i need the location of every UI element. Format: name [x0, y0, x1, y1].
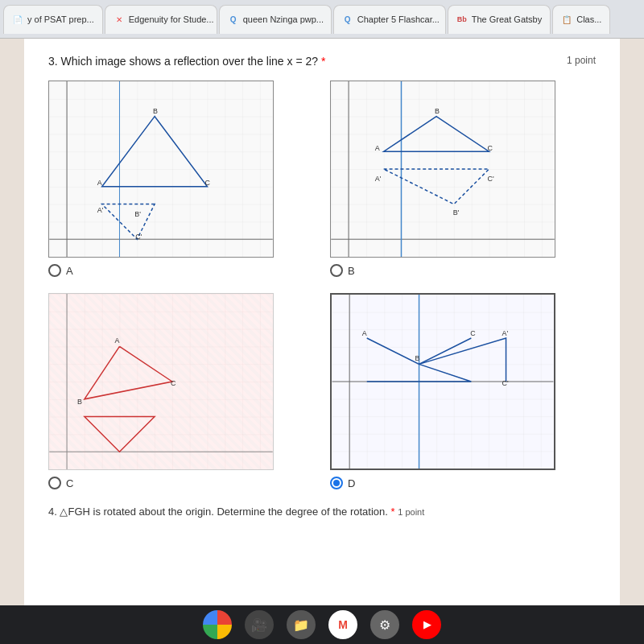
- svg-text:A': A': [375, 175, 382, 183]
- option-d-text: D: [348, 477, 355, 489]
- browser-tab-bar: 📄 y of PSAT prep... ✕ Edgenuity for Stud…: [0, 0, 644, 39]
- svg-text:A: A: [115, 336, 120, 345]
- taskbar: 🎥 📁 M ⚙ ▶: [0, 605, 644, 644]
- tab-psat[interactable]: 📄 y of PSAT prep...: [3, 5, 103, 34]
- question4-points: 1 point: [398, 507, 424, 517]
- question4-text: 4. △FGH is rotated about the origin. Det…: [48, 506, 596, 518]
- tab-gatsby[interactable]: Bb The Great Gatsby: [448, 5, 551, 34]
- svg-text:A: A: [97, 179, 102, 187]
- question3-number: 3.: [48, 55, 58, 68]
- taskbar-gmail-icon[interactable]: M: [328, 610, 357, 639]
- svg-text:C: C: [487, 144, 493, 152]
- question3-required: *: [321, 55, 325, 68]
- graph-a-svg: B A C B' A' C': [49, 81, 273, 257]
- tab-label-nzinga: queen Nzinga pwp...: [243, 14, 324, 24]
- svg-text:B: B: [415, 354, 420, 362]
- tab-favicon-nzinga: Q: [228, 14, 239, 25]
- tab-favicon-edgenuity: ✕: [114, 14, 125, 25]
- radio-a[interactable]: [48, 264, 61, 277]
- svg-text:C': C': [502, 379, 509, 387]
- radio-c[interactable]: [48, 477, 61, 489]
- question3-body: Which image shows a reflection over the …: [61, 55, 321, 68]
- svg-text:B': B': [453, 208, 460, 217]
- svg-rect-24: [49, 294, 272, 469]
- svg-text:B': B': [134, 210, 141, 218]
- svg-text:B: B: [77, 398, 82, 406]
- option-a-text: A: [66, 265, 73, 277]
- question4-body: △FGH is rotated about the origin. Determ…: [60, 506, 390, 518]
- svg-text:A': A': [97, 206, 104, 214]
- tab-label-psat: y of PSAT prep...: [27, 14, 94, 24]
- question4-required: *: [391, 506, 395, 518]
- svg-text:C: C: [171, 379, 176, 387]
- svg-text:C': C': [487, 175, 493, 183]
- tab-nzinga[interactable]: Q queen Nzinga pwp...: [219, 5, 332, 34]
- tab-label-edgenuity: Edgenuity for Stude...: [129, 14, 214, 24]
- option-c-container: A B C C: [48, 293, 314, 489]
- option-d-label[interactable]: D: [330, 477, 355, 489]
- graph-b: B A C A' B' C': [330, 80, 555, 258]
- tab-label-chapter5: Chapter 5 Flashcar...: [357, 14, 440, 24]
- tab-label-class: Clas...: [576, 14, 601, 24]
- taskbar-chrome-icon[interactable]: [203, 610, 232, 639]
- graph-c-svg: A B C: [49, 294, 273, 469]
- taskbar-files-icon[interactable]: 📁: [287, 610, 316, 639]
- svg-text:C': C': [135, 233, 142, 241]
- question4-number: 4.: [48, 506, 57, 518]
- radio-b[interactable]: [330, 264, 343, 277]
- option-a-label[interactable]: A: [48, 264, 73, 277]
- tab-class[interactable]: 📋 Clas...: [552, 5, 610, 34]
- svg-text:C: C: [470, 329, 476, 337]
- radio-d[interactable]: [330, 477, 343, 489]
- option-d-container: A B C A' C' D: [330, 293, 596, 489]
- option-a-container: B A C B' A' C' A: [48, 80, 314, 277]
- answer-image-grid: B A C B' A' C' A: [48, 80, 596, 489]
- tab-edgenuity[interactable]: ✕ Edgenuity for Stude...: [105, 5, 217, 34]
- svg-text:B: B: [153, 107, 158, 115]
- taskbar-settings-icon[interactable]: ⚙: [370, 610, 399, 639]
- svg-text:A: A: [362, 329, 367, 337]
- tab-favicon-psat: 📄: [12, 14, 23, 25]
- tab-favicon-class: 📋: [561, 14, 572, 25]
- option-c-label[interactable]: C: [48, 477, 73, 489]
- option-c-text: C: [66, 477, 73, 489]
- main-content: 1 point 3. Which image shows a reflectio…: [24, 39, 620, 642]
- option-b-label[interactable]: B: [330, 264, 355, 277]
- svg-text:A: A: [375, 144, 380, 152]
- option-b-container: B A C A' B' C' B: [330, 80, 596, 277]
- svg-text:B: B: [435, 107, 440, 115]
- option-b-text: B: [348, 265, 355, 277]
- taskbar-youtube-icon[interactable]: ▶: [412, 610, 441, 639]
- question3-points: 1 point: [567, 55, 596, 66]
- tab-label-gatsby: The Great Gatsby: [472, 14, 542, 24]
- tab-favicon-chapter5: Q: [342, 14, 353, 25]
- graph-d: A B C A' C': [330, 293, 555, 470]
- graph-d-svg: A B C A' C': [332, 295, 554, 469]
- tab-chapter5[interactable]: Q Chapter 5 Flashcar...: [333, 5, 446, 34]
- svg-rect-0: [49, 81, 272, 257]
- graph-b-svg: B A C A' B' C': [331, 81, 555, 257]
- taskbar-camera-icon[interactable]: 🎥: [245, 610, 274, 639]
- svg-text:A': A': [502, 329, 509, 337]
- graph-c: A B C: [48, 293, 274, 470]
- svg-text:C: C: [205, 179, 211, 187]
- tab-favicon-gatsby: Bb: [456, 14, 468, 25]
- graph-a: B A C B' A' C': [48, 80, 274, 258]
- question3-text: 1 point 3. Which image shows a reflectio…: [48, 55, 596, 68]
